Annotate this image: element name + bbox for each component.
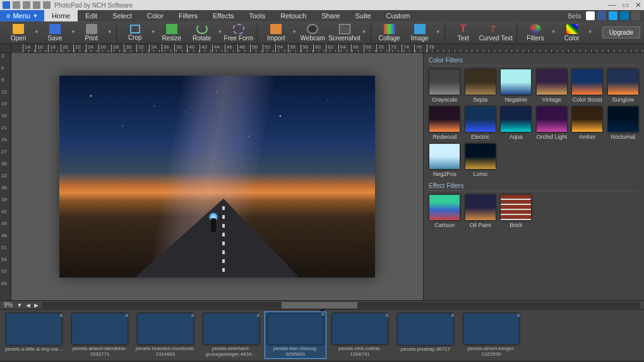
resize-button[interactable]: Resize (157, 22, 186, 44)
webcam-button[interactable]: Webcam (298, 22, 327, 44)
thumbnail-close-icon[interactable]: × (516, 312, 520, 319)
thumbnail-item[interactable]: ×pexels-pixabay-36717 (395, 313, 456, 357)
canvas-image[interactable] (59, 76, 375, 277)
filter-sepia[interactable]: Sepia (465, 69, 497, 103)
linkedin-icon[interactable] (620, 11, 629, 20)
filter-sunglow[interactable]: Sunglow (607, 69, 640, 103)
tab-custom[interactable]: Custom (379, 10, 418, 21)
filter-redwood[interactable]: Redwood (429, 107, 461, 140)
filter-thumb (465, 195, 496, 220)
undo-qat-icon[interactable] (23, 1, 30, 9)
filter-neg2pos[interactable]: Neg2Pos (429, 144, 461, 177)
thumbnail-item[interactable]: ×pexels-a-little-&-tiny-ma… (4, 313, 64, 357)
image-dropdown[interactable]: ▼ (436, 29, 441, 35)
print-button[interactable]: Print (77, 22, 106, 44)
save-dropdown[interactable]: ▼ (71, 29, 76, 35)
rotate-dropdown[interactable]: ▼ (218, 29, 223, 35)
filter-nocturnal[interactable]: Nocturnal (607, 107, 640, 140)
screenshot-button[interactable]: Screenshot (328, 22, 361, 44)
filter-negative[interactable]: Negative (500, 69, 532, 103)
open-dropdown[interactable]: ▼ (34, 29, 39, 35)
save-button[interactable]: Save (40, 22, 69, 44)
filter-orchid-light[interactable]: Orchid Light (536, 107, 568, 140)
crop-dropdown[interactable]: ▼ (151, 29, 156, 35)
save-qat-icon[interactable] (13, 1, 20, 9)
filter-oil-paint[interactable]: Oil Paint (465, 195, 497, 228)
crop-button[interactable]: Crop (121, 22, 150, 44)
text-button[interactable]: TText (449, 22, 478, 44)
filter-label: Redwood (432, 134, 456, 140)
vruler-tick: 51 (1, 245, 7, 250)
minimize-button[interactable]: — (608, 1, 616, 9)
tab-filters[interactable]: Filters (171, 10, 205, 21)
filter-brick[interactable]: Brick (500, 195, 532, 228)
filter-grayscale[interactable]: Grayscale (429, 69, 461, 103)
tab-effects[interactable]: Effects (205, 10, 241, 21)
facebook-icon[interactable] (597, 11, 606, 20)
tab-home[interactable]: Home (44, 10, 78, 21)
redo-qat-icon[interactable] (33, 1, 40, 9)
tab-edit[interactable]: Edit (78, 10, 105, 21)
menu-button[interactable]: ≡ Menu ▼ (0, 10, 44, 21)
filter-electric[interactable]: Electric (465, 107, 497, 140)
zoom-dropdown[interactable]: ▼ (16, 302, 22, 308)
like-icon[interactable] (586, 11, 595, 20)
thumbnail-item[interactable]: ×pexels-simon-berger-1323550 (461, 313, 522, 357)
filter-color-boost[interactable]: Color Boost (571, 69, 604, 103)
collage-button[interactable]: Collage (375, 22, 404, 44)
filter-amber[interactable]: Amber (571, 107, 604, 140)
thumbnail-close-icon[interactable]: × (256, 312, 260, 319)
import-button[interactable]: Import (261, 22, 290, 44)
filter-lomo[interactable]: Lomo (465, 144, 497, 177)
tab-tools[interactable]: Tools (241, 10, 273, 21)
new-qat-icon[interactable] (43, 1, 51, 9)
webcam-label: Webcam (301, 35, 325, 42)
thumbnail-close-icon[interactable]: × (59, 312, 63, 319)
scroll-left-button[interactable]: ◀ (26, 302, 30, 308)
thumbnail-close-icon[interactable]: × (451, 312, 455, 319)
import-dropdown[interactable]: ▼ (292, 29, 297, 35)
thumbnail-item[interactable]: ×pexels-brandon-montrone-1324803 (135, 313, 196, 357)
thumbnail-item[interactable]: ×pexels-eberhard-grossgasteiger-4434… (201, 313, 261, 357)
upgrade-button[interactable]: Upgrade (602, 26, 640, 38)
tab-select[interactable]: Select (105, 10, 140, 21)
filters-panel: Color Filters GrayscaleSepiaNegativeVint… (423, 53, 644, 300)
curved-text-button[interactable]: TCurved Text (479, 22, 513, 44)
twitter-icon[interactable] (609, 11, 617, 20)
image-button[interactable]: Image (405, 22, 434, 44)
open-button[interactable]: Open (4, 22, 33, 44)
hruler-tick: 30 (124, 44, 131, 53)
tab-retouch[interactable]: Retouch (273, 10, 314, 21)
rotate-button[interactable]: Rotate (188, 22, 217, 44)
filter-thumb (608, 69, 638, 95)
maximize-button[interactable]: ▭ (622, 1, 629, 9)
thumbnail-item[interactable]: ×pexels-nick-collins-1266741 (330, 313, 390, 357)
thumbnail-close-icon[interactable]: × (125, 312, 129, 319)
scrollbar-thumb[interactable] (282, 302, 357, 308)
close-button[interactable]: ✕ (635, 1, 641, 9)
horizontal-scrollbar[interactable] (42, 302, 640, 308)
canvas-area[interactable] (11, 53, 423, 300)
thumbnail-close-icon[interactable]: × (385, 312, 389, 319)
thumbnail-item[interactable]: ×pexels-anand-dandekar-1532771 (69, 313, 130, 357)
scroll-right-button[interactable]: ▶ (34, 302, 39, 308)
hruler-tick: 58 (301, 44, 308, 53)
filter-vintage[interactable]: Vintage (536, 69, 568, 103)
color-dropdown[interactable]: ▼ (588, 29, 593, 35)
share-more-icon[interactable] (631, 11, 640, 20)
filters-button[interactable]: Filters (521, 22, 550, 44)
filters-dropdown[interactable]: ▼ (551, 29, 556, 35)
freeform-button[interactable]: Free Form (224, 22, 254, 44)
tab-suite[interactable]: Suite (347, 10, 378, 21)
color-button[interactable]: Color (558, 22, 587, 44)
filter-aqua[interactable]: Aqua (500, 107, 532, 140)
screenshot-dropdown[interactable]: ▼ (362, 29, 367, 35)
print-dropdown[interactable]: ▼ (107, 29, 112, 35)
tab-share[interactable]: Share (314, 10, 347, 21)
thumbnail-close-icon[interactable]: × (321, 311, 325, 318)
thumbnail-close-icon[interactable]: × (191, 312, 194, 319)
tab-color[interactable]: Color (140, 10, 171, 21)
collage-label: Collage (379, 35, 400, 42)
thumbnail-item[interactable]: ×pexels-ken-cheung-6295891 (265, 312, 326, 358)
filter-cartoon[interactable]: Cartoon (429, 195, 461, 228)
